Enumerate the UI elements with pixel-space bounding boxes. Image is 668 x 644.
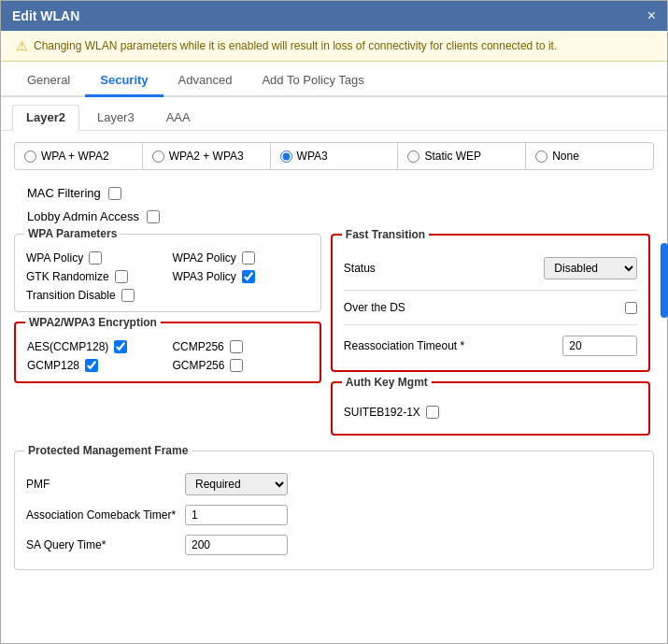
sa-query-row: SA Query Time* <box>26 530 642 560</box>
tab-aaa[interactable]: AAA <box>152 105 205 130</box>
suiteb192-label: SUITEB192-1X <box>344 406 420 419</box>
main-tabs: General Security Advanced Add To Policy … <box>1 65 667 97</box>
wpa-policy-label: WPA Policy <box>26 251 83 265</box>
warning-icon: ⚠ <box>16 38 28 53</box>
tab-advanced[interactable]: Advanced <box>163 65 248 97</box>
aes-ccmp128-checkbox[interactable] <box>114 340 127 353</box>
lobby-admin-row: Lobby Admin Access <box>14 205 654 228</box>
wpa2-policy-label: WPA2 Policy <box>172 251 235 265</box>
transition-disable-label: Transition Disable <box>26 289 116 302</box>
radio-wpa-wpa2[interactable]: WPA + WPA2 <box>15 143 143 169</box>
suiteb192-field: SUITEB192-1X <box>344 400 638 424</box>
ft-status-label: Status <box>344 262 376 275</box>
suiteb192-checkbox[interactable] <box>426 406 439 419</box>
lobby-admin-checkbox[interactable] <box>147 210 160 223</box>
gtk-randomize-field: GTK Randomize <box>26 270 163 283</box>
auth-key-mgmt-legend: Auth Key Mgmt <box>342 376 432 389</box>
ft-reassoc-row: Reassociation Timeout * <box>344 331 638 361</box>
radio-static-wep[interactable]: Static WEP <box>398 143 526 169</box>
modal-close-button[interactable]: × <box>647 8 656 23</box>
assoc-timer-label: Association Comeback Timer* <box>26 508 185 522</box>
ccmp256-checkbox[interactable] <box>230 340 243 353</box>
wpa2-wpa3-encryption-legend: WPA2/WPA3 Encryption <box>25 316 161 329</box>
gcmp256-checkbox[interactable] <box>230 359 243 372</box>
radio-wpa2-wpa3[interactable]: WPA2 + WPA3 <box>143 143 271 169</box>
content-area: WPA + WPA2 WPA2 + WPA3 WPA3 Static WEP N… <box>1 131 667 581</box>
wpa2-policy-field: WPA2 Policy <box>172 251 308 265</box>
modal-header: Edit WLAN × <box>1 1 667 31</box>
sub-tabs: Layer2 Layer3 AAA <box>1 97 667 131</box>
lobby-admin-label: Lobby Admin Access <box>27 209 139 223</box>
ft-reassoc-input[interactable] <box>562 336 637 356</box>
wpa3-policy-label: WPA3 Policy <box>172 270 235 283</box>
gcmp256-field: GCMP256 <box>172 359 307 372</box>
ccmp256-field: CCMP256 <box>172 340 307 353</box>
wpa3-policy-checkbox[interactable] <box>242 270 255 283</box>
tab-security[interactable]: Security <box>85 65 163 97</box>
ft-status-row: Status Disabled Enabled Adaptive <box>344 252 638 284</box>
ccmp256-label: CCMP256 <box>172 340 223 353</box>
wpa-parameters-legend: WPA Parameters <box>24 227 121 240</box>
pmf-label: PMF <box>26 478 185 491</box>
gcmp128-label: GCMP128 <box>27 359 79 372</box>
tab-add-to-policy-tags[interactable]: Add To Policy Tags <box>247 65 378 97</box>
tab-layer3[interactable]: Layer3 <box>83 105 149 130</box>
wpa-radio-group: WPA + WPA2 WPA2 + WPA3 WPA3 Static WEP N… <box>14 142 654 170</box>
ft-over-ds-checkbox[interactable] <box>625 302 637 314</box>
transition-disable-checkbox[interactable] <box>121 289 135 302</box>
assoc-timer-input[interactable] <box>185 505 288 525</box>
modal-title: Edit WLAN <box>12 8 79 23</box>
aes-ccmp128-label: AES(CCMP128) <box>27 340 108 353</box>
pmf-legend: Protected Management Frame <box>24 444 192 457</box>
auth-key-mgmt-panel: Auth Key Mgmt SUITEB192-1X <box>331 381 651 436</box>
warning-text: Changing WLAN parameters while it is ena… <box>34 39 557 52</box>
gtk-randomize-checkbox[interactable] <box>115 270 128 283</box>
ft-over-ds-row: Over the DS <box>344 296 638 319</box>
aes-ccmp128-field: AES(CCMP128) <box>27 340 163 353</box>
gcmp256-label: GCMP256 <box>172 359 224 372</box>
wpa2-policy-checkbox[interactable] <box>242 251 255 265</box>
wpa-policy-checkbox[interactable] <box>89 251 102 265</box>
radio-wpa3[interactable]: WPA3 <box>271 143 399 169</box>
ft-status-select[interactable]: Disabled Enabled Adaptive <box>544 257 637 279</box>
warning-bar: ⚠ Changing WLAN parameters while it is e… <box>1 31 667 62</box>
transition-disable-field: Transition Disable <box>26 289 163 302</box>
wpa2-wpa3-encryption-panel: WPA2/WPA3 Encryption AES(CCMP128) CCMP25… <box>14 322 321 383</box>
mac-filtering-label: MAC Filtering <box>27 186 101 200</box>
fast-transition-panel: Fast Transition Status Disabled Enabled … <box>331 234 651 372</box>
fast-transition-legend: Fast Transition <box>342 228 429 241</box>
tab-layer2[interactable]: Layer2 <box>12 105 79 131</box>
gcmp128-checkbox[interactable] <box>85 359 98 372</box>
pmf-row: PMF Required Optional Disabled <box>26 468 642 500</box>
wpa-policy-field: WPA Policy <box>26 251 163 265</box>
sa-query-input[interactable] <box>185 535 288 555</box>
ft-reassoc-label: Reassociation Timeout * <box>344 339 464 352</box>
tab-general[interactable]: General <box>12 65 85 97</box>
pmf-select[interactable]: Required Optional Disabled <box>185 473 288 495</box>
radio-none[interactable]: None <box>526 143 653 169</box>
ft-over-ds-label: Over the DS <box>344 301 405 314</box>
wpa3-policy-field: WPA3 Policy <box>172 270 308 283</box>
mac-filtering-row: MAC Filtering <box>14 181 654 205</box>
sa-query-label: SA Query Time* <box>26 538 185 551</box>
mac-filtering-checkbox[interactable] <box>108 187 121 200</box>
wpa-parameters-panel: WPA Parameters WPA Policy WPA2 Policy <box>14 234 321 312</box>
pmf-section: Protected Management Frame PMF Required … <box>14 451 654 570</box>
assoc-timer-row: Association Comeback Timer* <box>26 500 642 530</box>
gtk-randomize-label: GTK Randomize <box>26 270 109 283</box>
gcmp128-field: GCMP128 <box>27 359 163 372</box>
